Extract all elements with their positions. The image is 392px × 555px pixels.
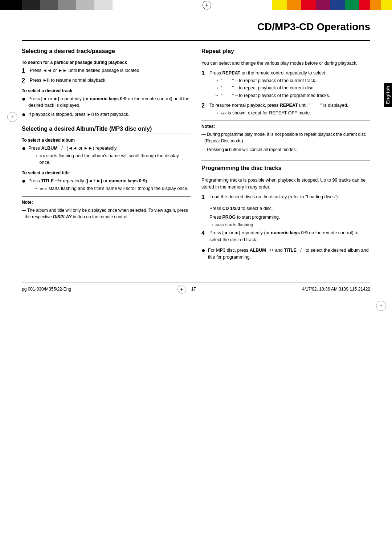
list-item: ● Press |◄ or ►| repeatedly (or numeric … bbox=[22, 96, 191, 109]
section-title-track: Selecting a desired track/passage bbox=[22, 48, 191, 56]
section-divider bbox=[201, 160, 370, 161]
top-color-bar: + bbox=[0, 0, 392, 10]
subsection-heading-track: To select a desired track bbox=[22, 88, 191, 93]
list-item: 1 Press REPEAT on the remote control rep… bbox=[201, 70, 370, 100]
passage-steps: 1 Press ◄◄ or ►► until the desired passa… bbox=[22, 67, 191, 85]
list-item: 2 Press ►II to resume normal playback. bbox=[22, 77, 191, 85]
programming-steps-2: 4 Press |◄ or ►| repeatedly (or numeric … bbox=[201, 230, 370, 243]
reg-mark-footer: + bbox=[177, 285, 186, 293]
album-note: Note: — The album and title will only be… bbox=[22, 197, 191, 220]
section-title-programming: Programming the disc tracks bbox=[201, 165, 370, 173]
list-item: ● Press TITLE −/+ repeatedly (|◄ / ►| or… bbox=[22, 178, 191, 193]
prog-step-prog: Press PROG to start programming. → prog … bbox=[201, 214, 370, 228]
title-bullets: ● Press TITLE −/+ repeatedly (|◄ / ►| or… bbox=[22, 178, 191, 193]
right-column: Repeat play You can select and change th… bbox=[201, 48, 370, 268]
page-title: CD/MP3-CD Operations bbox=[22, 10, 370, 41]
repeat-intro: You can select and change the various pl… bbox=[201, 60, 370, 67]
list-item: 1 Load the desired discs on the disc tra… bbox=[201, 194, 370, 201]
programming-steps: 1 Load the desired discs on the disc tra… bbox=[201, 194, 370, 201]
side-label: English bbox=[384, 83, 392, 107]
reg-mark-left: + bbox=[7, 112, 17, 122]
reg-mark-top: + bbox=[203, 1, 211, 9]
section-track-passage: Selecting a desired track/passage To sea… bbox=[22, 48, 191, 118]
section-programming: Programming the disc tracks Programming … bbox=[201, 165, 370, 260]
footer-left: pg 001-030/M355/22-Eng bbox=[22, 287, 71, 292]
track-bullets: ● Press |◄ or ►| repeatedly (or numeric … bbox=[22, 96, 191, 118]
section-title-repeat: Repeat play bbox=[201, 48, 370, 56]
repeat-steps: 1 Press REPEAT on the remote control rep… bbox=[201, 70, 370, 117]
section-title-album: Selecting a desired Album/Title (MP3 dis… bbox=[22, 126, 191, 134]
footer-center: 17 bbox=[191, 287, 196, 292]
list-item: ● For MP3 disc, press ALBUM −/+ and TITL… bbox=[201, 247, 370, 261]
footer-right: 4/17/02, 10:36 AM 3139 115 21422 bbox=[302, 287, 371, 292]
subsection-heading-passage: To search for a particular passage durin… bbox=[22, 60, 191, 65]
subsection-heading-title: To select a desired title bbox=[22, 170, 191, 175]
page-footer: pg 001-030/M355/22-Eng + 17 4/17/02, 10:… bbox=[22, 282, 370, 293]
mp3-programming-bullet: ● For MP3 disc, press ALBUM −/+ and TITL… bbox=[201, 247, 370, 261]
repeat-notes: Notes: — During programme play mode, it … bbox=[201, 121, 370, 153]
programming-intro: Programming tracks is possible when play… bbox=[201, 177, 370, 191]
left-column: Selecting a desired track/passage To sea… bbox=[22, 48, 191, 268]
list-item: ● If playback is stopped, press ►II to s… bbox=[22, 111, 191, 118]
prog-step-cd: Press CD 1/2/3 to select a disc. bbox=[201, 205, 370, 212]
list-item: 2 To resume normal playback, press REPEA… bbox=[201, 102, 370, 117]
list-item: 1 Press ◄◄ or ►► until the desired passa… bbox=[22, 67, 191, 75]
list-item: ● Press ALBUM −/+ (◄◄ or ►►) repeatedly.… bbox=[22, 145, 191, 167]
section-repeat-play: Repeat play You can select and change th… bbox=[201, 48, 370, 153]
list-item: 4 Press |◄ or ►| repeatedly (or numeric … bbox=[201, 230, 370, 243]
reg-mark-right: + bbox=[376, 301, 386, 311]
album-bullets: ● Press ALBUM −/+ (◄◄ or ►►) repeatedly.… bbox=[22, 145, 191, 167]
subsection-heading-album: To select a desired album bbox=[22, 138, 191, 143]
section-album-title: Selecting a desired Album/Title (MP3 dis… bbox=[22, 126, 191, 220]
footer-center-area: + 17 bbox=[177, 285, 196, 293]
